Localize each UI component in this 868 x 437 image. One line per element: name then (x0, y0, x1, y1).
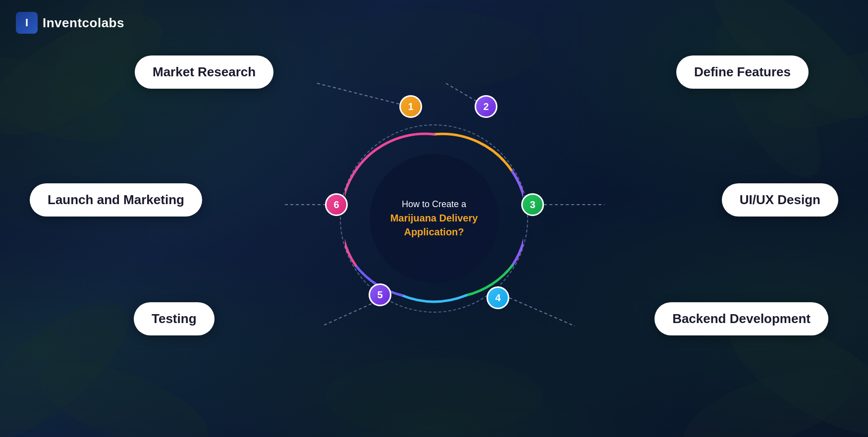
center-highlight: Marijuana Delivery Application? (390, 211, 478, 239)
step-6-badge: 6 (325, 193, 348, 216)
step-2-badge: 2 (475, 95, 497, 118)
center-circle: How to Create a Marijuana Delivery Appli… (370, 154, 498, 283)
step-3-badge: 3 (521, 193, 544, 216)
step-1-badge: 1 (399, 95, 422, 118)
step-4-label: Backend Development (654, 302, 828, 335)
center-line1: How to Create a (390, 198, 478, 211)
step-1-label: Market Research (135, 55, 273, 89)
logo-text: Inventcolabs (43, 15, 124, 31)
logo-icon: I (16, 12, 38, 34)
step-3-label: UI/UX Design (722, 183, 838, 217)
step-5-label: Testing (134, 302, 215, 335)
step-5-badge: 5 (369, 283, 391, 306)
logo: I Inventcolabs (16, 12, 124, 34)
step-2-label: Define Features (676, 55, 809, 89)
step-6-label: Launch and Marketing (30, 183, 202, 217)
step-4-badge: 4 (487, 286, 509, 309)
center-text: How to Create a Marijuana Delivery Appli… (380, 188, 488, 248)
